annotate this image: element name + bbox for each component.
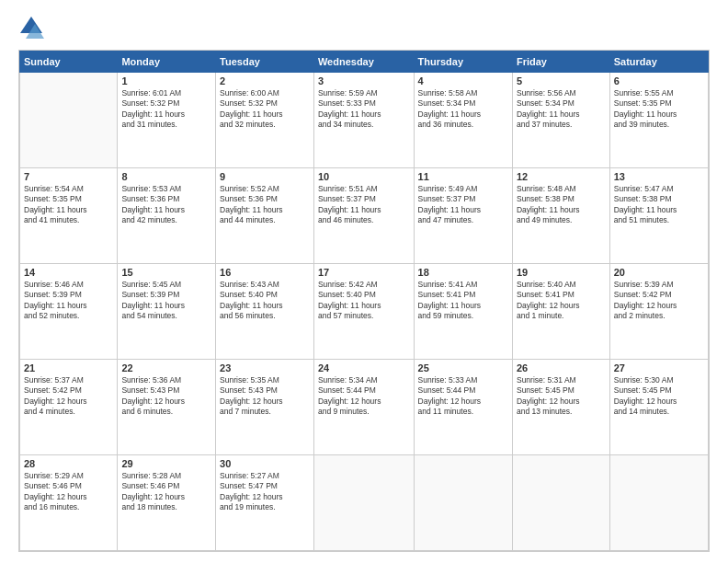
calendar-cell: 26Sunrise: 5:31 AM Sunset: 5:45 PM Dayli… [512,360,609,455]
weekday-row: SundayMondayTuesdayWednesdayThursdayFrid… [20,52,709,73]
logo [18,15,48,40]
weekday-header-sunday: Sunday [20,52,118,73]
calendar-cell: 29Sunrise: 5:28 AM Sunset: 5:46 PM Dayli… [118,455,216,551]
day-number: 16 [220,267,310,278]
calendar-cell: 7Sunrise: 5:54 AM Sunset: 5:35 PM Daylig… [20,168,118,264]
day-number: 19 [517,267,606,278]
day-detail: Sunrise: 5:49 AM Sunset: 5:37 PM Dayligh… [418,184,508,226]
day-number: 14 [24,267,113,278]
day-number: 12 [517,171,606,182]
day-detail: Sunrise: 5:53 AM Sunset: 5:36 PM Dayligh… [121,184,211,226]
calendar-table: SundayMondayTuesdayWednesdayThursdayFrid… [19,51,709,551]
calendar-cell: 21Sunrise: 5:37 AM Sunset: 5:42 PM Dayli… [20,360,118,455]
day-detail: Sunrise: 5:33 AM Sunset: 5:44 PM Dayligh… [418,375,508,418]
day-number: 21 [24,362,113,373]
day-detail: Sunrise: 5:40 AM Sunset: 5:41 PM Dayligh… [517,280,606,322]
day-detail: Sunrise: 5:54 AM Sunset: 5:35 PM Dayligh… [24,184,113,226]
day-number: 30 [220,458,310,469]
day-detail: Sunrise: 5:28 AM Sunset: 5:46 PM Dayligh… [121,471,211,513]
calendar-cell: 14Sunrise: 5:46 AM Sunset: 5:39 PM Dayli… [20,264,118,360]
day-detail: Sunrise: 5:55 AM Sunset: 5:35 PM Dayligh… [614,88,704,131]
calendar-header: SundayMondayTuesdayWednesdayThursdayFrid… [20,52,709,73]
day-number: 6 [614,75,704,86]
day-detail: Sunrise: 5:56 AM Sunset: 5:34 PM Dayligh… [517,88,606,131]
calendar: SundayMondayTuesdayWednesdayThursdayFrid… [18,50,710,552]
day-detail: Sunrise: 5:31 AM Sunset: 5:45 PM Dayligh… [517,375,606,418]
day-detail: Sunrise: 5:45 AM Sunset: 5:39 PM Dayligh… [121,280,211,322]
day-number: 10 [318,171,410,182]
day-number: 29 [121,458,211,469]
day-number: 15 [121,267,211,278]
calendar-cell [512,455,609,551]
day-number: 13 [614,171,704,182]
calendar-cell: 4Sunrise: 5:58 AM Sunset: 5:34 PM Daylig… [414,73,512,168]
calendar-cell: 24Sunrise: 5:34 AM Sunset: 5:44 PM Dayli… [313,360,414,455]
calendar-cell: 6Sunrise: 5:55 AM Sunset: 5:35 PM Daylig… [609,73,708,168]
day-detail: Sunrise: 5:30 AM Sunset: 5:45 PM Dayligh… [614,375,704,418]
week-row-4: 21Sunrise: 5:37 AM Sunset: 5:42 PM Dayli… [20,360,709,455]
calendar-cell: 10Sunrise: 5:51 AM Sunset: 5:37 PM Dayli… [313,168,414,264]
day-number: 18 [418,267,508,278]
logo-icon [18,15,44,40]
day-number: 20 [614,267,704,278]
calendar-cell: 19Sunrise: 5:40 AM Sunset: 5:41 PM Dayli… [512,264,609,360]
day-detail: Sunrise: 5:48 AM Sunset: 5:38 PM Dayligh… [517,184,606,226]
day-number: 23 [220,362,310,373]
day-detail: Sunrise: 6:00 AM Sunset: 5:32 PM Dayligh… [220,88,310,131]
weekday-header-friday: Friday [512,52,609,73]
day-detail: Sunrise: 5:41 AM Sunset: 5:41 PM Dayligh… [418,280,508,322]
calendar-cell: 5Sunrise: 5:56 AM Sunset: 5:34 PM Daylig… [512,73,609,168]
calendar-cell: 18Sunrise: 5:41 AM Sunset: 5:41 PM Dayli… [414,264,512,360]
day-detail: Sunrise: 5:35 AM Sunset: 5:43 PM Dayligh… [220,375,310,418]
day-number: 11 [418,171,508,182]
calendar-cell: 3Sunrise: 5:59 AM Sunset: 5:33 PM Daylig… [313,73,414,168]
weekday-header-tuesday: Tuesday [216,52,314,73]
day-detail: Sunrise: 5:37 AM Sunset: 5:42 PM Dayligh… [24,375,113,418]
day-number: 24 [318,362,410,373]
day-number: 3 [318,75,410,86]
calendar-cell: 1Sunrise: 6:01 AM Sunset: 5:32 PM Daylig… [118,73,216,168]
page: SundayMondayTuesdayWednesdayThursdayFrid… [0,0,728,563]
day-number: 9 [220,171,310,182]
day-number: 22 [121,362,211,373]
day-detail: Sunrise: 6:01 AM Sunset: 5:32 PM Dayligh… [121,88,211,131]
day-detail: Sunrise: 5:43 AM Sunset: 5:40 PM Dayligh… [220,280,310,322]
calendar-cell: 27Sunrise: 5:30 AM Sunset: 5:45 PM Dayli… [609,360,708,455]
weekday-header-thursday: Thursday [414,52,512,73]
calendar-cell: 12Sunrise: 5:48 AM Sunset: 5:38 PM Dayli… [512,168,609,264]
day-detail: Sunrise: 5:52 AM Sunset: 5:36 PM Dayligh… [220,184,310,226]
week-row-2: 7Sunrise: 5:54 AM Sunset: 5:35 PM Daylig… [20,168,709,264]
calendar-cell: 23Sunrise: 5:35 AM Sunset: 5:43 PM Dayli… [216,360,314,455]
calendar-body: 1Sunrise: 6:01 AM Sunset: 5:32 PM Daylig… [20,73,709,551]
day-number: 27 [614,362,704,373]
calendar-cell: 9Sunrise: 5:52 AM Sunset: 5:36 PM Daylig… [216,168,314,264]
weekday-header-monday: Monday [118,52,216,73]
day-number: 7 [24,171,113,182]
calendar-cell: 22Sunrise: 5:36 AM Sunset: 5:43 PM Dayli… [118,360,216,455]
calendar-cell [20,73,118,168]
calendar-cell: 25Sunrise: 5:33 AM Sunset: 5:44 PM Dayli… [414,360,512,455]
calendar-cell [609,455,708,551]
day-number: 5 [517,75,606,86]
day-detail: Sunrise: 5:27 AM Sunset: 5:47 PM Dayligh… [220,471,310,513]
calendar-cell: 28Sunrise: 5:29 AM Sunset: 5:46 PM Dayli… [20,455,118,551]
day-detail: Sunrise: 5:36 AM Sunset: 5:43 PM Dayligh… [121,375,211,418]
day-number: 28 [24,458,113,469]
calendar-cell [414,455,512,551]
day-number: 2 [220,75,310,86]
day-number: 1 [121,75,211,86]
calendar-cell: 13Sunrise: 5:47 AM Sunset: 5:38 PM Dayli… [609,168,708,264]
week-row-5: 28Sunrise: 5:29 AM Sunset: 5:46 PM Dayli… [20,455,709,551]
day-detail: Sunrise: 5:34 AM Sunset: 5:44 PM Dayligh… [318,375,410,418]
weekday-header-wednesday: Wednesday [313,52,414,73]
calendar-cell: 20Sunrise: 5:39 AM Sunset: 5:42 PM Dayli… [609,264,708,360]
calendar-cell [313,455,414,551]
calendar-cell: 11Sunrise: 5:49 AM Sunset: 5:37 PM Dayli… [414,168,512,264]
day-number: 25 [418,362,508,373]
calendar-cell: 16Sunrise: 5:43 AM Sunset: 5:40 PM Dayli… [216,264,314,360]
week-row-1: 1Sunrise: 6:01 AM Sunset: 5:32 PM Daylig… [20,73,709,168]
day-detail: Sunrise: 5:59 AM Sunset: 5:33 PM Dayligh… [318,88,410,131]
weekday-header-saturday: Saturday [609,52,708,73]
calendar-cell: 30Sunrise: 5:27 AM Sunset: 5:47 PM Dayli… [216,455,314,551]
calendar-cell: 2Sunrise: 6:00 AM Sunset: 5:32 PM Daylig… [216,73,314,168]
